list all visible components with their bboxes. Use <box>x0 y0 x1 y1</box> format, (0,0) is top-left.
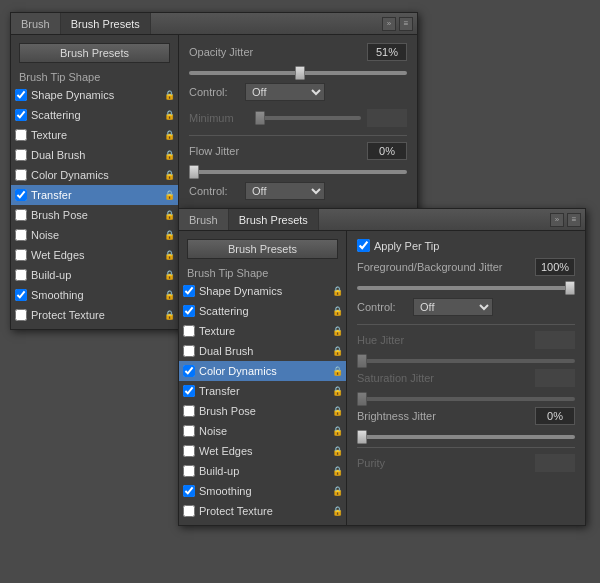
lock-icon-2-3: 🔒 <box>332 345 342 357</box>
minimum-value[interactable] <box>367 109 407 127</box>
sidebar-2-checkbox-3[interactable] <box>183 345 195 357</box>
sidebar-2-checkbox-0[interactable] <box>183 285 195 297</box>
hue-slider[interactable] <box>357 359 575 363</box>
brightness-jitter-row: Brightness Jitter <box>357 407 575 425</box>
sidebar-2-item-10[interactable]: Smoothing🔒 <box>179 481 346 501</box>
sidebar-1-item-8[interactable]: Wet Edges🔒 <box>11 245 178 265</box>
sidebar-1-item-10[interactable]: Smoothing🔒 <box>11 285 178 305</box>
sidebar-2-item-6[interactable]: Brush Pose🔒 <box>179 401 346 421</box>
saturation-slider[interactable] <box>357 397 575 401</box>
sidebar-1-checkbox-9[interactable] <box>15 269 27 281</box>
lock-icon-1-9: 🔒 <box>164 269 174 281</box>
sidebar-2-checkbox-5[interactable] <box>183 385 195 397</box>
sidebar-1-checkbox-1[interactable] <box>15 109 27 121</box>
saturation-jitter-value[interactable] <box>535 369 575 387</box>
sidebar-1-label-2: Texture <box>31 129 162 141</box>
sidebar-1-item-3[interactable]: Dual Brush🔒 <box>11 145 178 165</box>
sidebar-1-checkbox-4[interactable] <box>15 169 27 181</box>
sidebar-1-checkbox-0[interactable] <box>15 89 27 101</box>
sidebar-2-checkbox-6[interactable] <box>183 405 195 417</box>
sidebar-1-checkbox-3[interactable] <box>15 149 27 161</box>
sidebar-1-checkbox-11[interactable] <box>15 309 27 321</box>
brightness-slider[interactable] <box>357 435 575 439</box>
apply-per-tip-checkbox[interactable] <box>357 239 370 252</box>
flow-jitter-value[interactable] <box>367 142 407 160</box>
hue-jitter-value[interactable] <box>535 331 575 349</box>
sidebar-1-checkbox-7[interactable] <box>15 229 27 241</box>
sidebar-1-item-11[interactable]: Protect Texture🔒 <box>11 305 178 325</box>
fg-bg-jitter-value[interactable] <box>535 258 575 276</box>
sidebar-2-checkbox-9[interactable] <box>183 465 195 477</box>
sidebar-1-items: Shape Dynamics🔒Scattering🔒Texture🔒Dual B… <box>11 85 178 325</box>
sidebar-1-label-1: Scattering <box>31 109 162 121</box>
sidebar-1-item-1[interactable]: Scattering🔒 <box>11 105 178 125</box>
apply-per-tip-label: Apply Per Tip <box>374 240 439 252</box>
preset-button-1[interactable]: Brush Presets <box>19 43 170 63</box>
sidebar-2-item-0[interactable]: Shape Dynamics🔒 <box>179 281 346 301</box>
sidebar-2-item-2[interactable]: Texture🔒 <box>179 321 346 341</box>
sidebar-1-item-9[interactable]: Build-up🔒 <box>11 265 178 285</box>
sidebar-2-label-1: Scattering <box>199 305 330 317</box>
sidebar-1-item-6[interactable]: Brush Pose🔒 <box>11 205 178 225</box>
sidebar-2-checkbox-8[interactable] <box>183 445 195 457</box>
flow-jitter-label: Flow Jitter <box>189 145 239 157</box>
tab-brush-presets-1[interactable]: Brush Presets <box>61 13 151 34</box>
color-control-select[interactable]: Off <box>413 298 493 316</box>
opacity-jitter-row: Opacity Jitter <box>189 43 407 61</box>
brightness-jitter-value[interactable] <box>535 407 575 425</box>
sidebar-1-checkbox-8[interactable] <box>15 249 27 261</box>
sidebar-2-item-5[interactable]: Transfer🔒 <box>179 381 346 401</box>
sidebar-1-item-2[interactable]: Texture🔒 <box>11 125 178 145</box>
lock-icon-1-5: 🔒 <box>164 189 174 201</box>
lock-icon-1-2: 🔒 <box>164 129 174 141</box>
sidebar-2-item-8[interactable]: Wet Edges🔒 <box>179 441 346 461</box>
fg-bg-jitter-label: Foreground/Background Jitter <box>357 261 503 273</box>
sidebar-1-item-5[interactable]: Transfer🔒 <box>11 185 178 205</box>
sidebar-2-item-3[interactable]: Dual Brush🔒 <box>179 341 346 361</box>
opacity-control-label: Control: <box>189 86 239 98</box>
divider-3 <box>357 447 575 448</box>
opacity-jitter-slider[interactable] <box>189 71 407 75</box>
sidebar-1-checkbox-10[interactable] <box>15 289 27 301</box>
preset-button-2[interactable]: Brush Presets <box>187 239 338 259</box>
flow-control-row: Control: Off <box>189 182 407 200</box>
sidebar-2-item-7[interactable]: Noise🔒 <box>179 421 346 441</box>
panel-expand-btn-2[interactable]: » <box>550 213 564 227</box>
flow-jitter-slider[interactable] <box>189 170 407 174</box>
sidebar-2-checkbox-2[interactable] <box>183 325 195 337</box>
panel-menu-btn-1[interactable]: ≡ <box>399 17 413 31</box>
sidebar-2-item-9[interactable]: Build-up🔒 <box>179 461 346 481</box>
lock-icon-2-4: 🔒 <box>332 365 342 377</box>
tab-brush-1[interactable]: Brush <box>11 13 61 34</box>
minimum-slider[interactable] <box>255 116 361 120</box>
sidebar-2-item-4[interactable]: Color Dynamics🔒 <box>179 361 346 381</box>
sidebar-2-checkbox-1[interactable] <box>183 305 195 317</box>
panel-2-right: Apply Per Tip Foreground/Background Jitt… <box>347 231 585 525</box>
sidebar-2-checkbox-10[interactable] <box>183 485 195 497</box>
sidebar-2-label-7: Noise <box>199 425 330 437</box>
tab-brush-2[interactable]: Brush <box>179 209 229 230</box>
sidebar-1-item-7[interactable]: Noise🔒 <box>11 225 178 245</box>
flow-control-select[interactable]: Off <box>245 182 325 200</box>
panel-brush-color-dynamics: Brush Brush Presets » ≡ Brush Presets Br… <box>178 208 586 526</box>
purity-value[interactable] <box>535 454 575 472</box>
sidebar-1-item-0[interactable]: Shape Dynamics🔒 <box>11 85 178 105</box>
tab-brush-presets-2[interactable]: Brush Presets <box>229 209 319 230</box>
sidebar-2-checkbox-11[interactable] <box>183 505 195 517</box>
panel-2-sidebar: Brush Presets Brush Tip Shape Shape Dyna… <box>179 231 347 525</box>
panel-expand-btn-1[interactable]: » <box>382 17 396 31</box>
sidebar-1-checkbox-5[interactable] <box>15 189 27 201</box>
sidebar-2-item-1[interactable]: Scattering🔒 <box>179 301 346 321</box>
opacity-jitter-value[interactable] <box>367 43 407 61</box>
sidebar-1-checkbox-2[interactable] <box>15 129 27 141</box>
sidebar-2-checkbox-4[interactable] <box>183 365 195 377</box>
sidebar-1-checkbox-6[interactable] <box>15 209 27 221</box>
panel-menu-btn-2[interactable]: ≡ <box>567 213 581 227</box>
sidebar-2-checkbox-7[interactable] <box>183 425 195 437</box>
fg-bg-slider[interactable] <box>357 286 575 290</box>
sidebar-1-label-7: Noise <box>31 229 162 241</box>
sidebar-2-item-11[interactable]: Protect Texture🔒 <box>179 501 346 521</box>
sidebar-1-item-4[interactable]: Color Dynamics🔒 <box>11 165 178 185</box>
sidebar-2-label-6: Brush Pose <box>199 405 330 417</box>
opacity-control-select[interactable]: Off <box>245 83 325 101</box>
